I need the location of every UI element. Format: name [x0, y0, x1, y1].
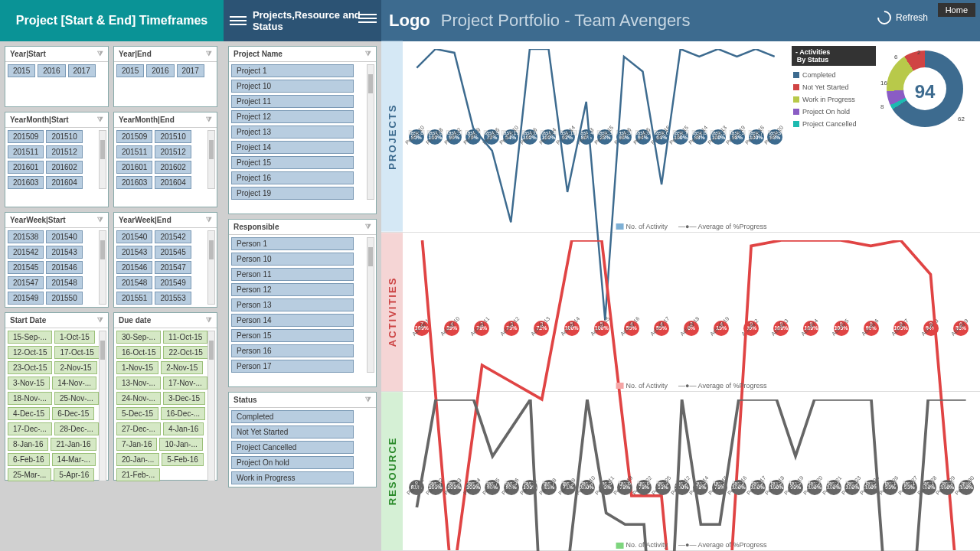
slicer-item[interactable]: Project 15 — [231, 156, 354, 169]
slicer-item[interactable]: 16-Oct-15 — [116, 346, 161, 359]
slicer-item[interactable]: 201550 — [46, 292, 82, 305]
slicer-item[interactable]: 201511 — [116, 145, 152, 158]
slicer-item[interactable]: Person 14 — [231, 314, 354, 327]
filter-icon[interactable]: ⧩ — [97, 50, 103, 58]
slicer-item[interactable]: 12-Oct-15 — [8, 346, 52, 359]
slicer-item[interactable]: 201546 — [46, 261, 82, 274]
slicer-item[interactable]: 201604 — [155, 176, 191, 189]
slicer-item[interactable]: 22-Oct-15 — [163, 346, 207, 359]
slicer-item[interactable]: Person 12 — [231, 283, 354, 296]
slicer-item[interactable]: Person 13 — [231, 298, 354, 311]
filter-icon[interactable]: ⧩ — [97, 216, 103, 224]
slicer-item[interactable]: 201545 — [155, 246, 191, 259]
slicer-item[interactable]: Project Cancelled — [231, 441, 354, 454]
slicer-item[interactable]: 14-Mar-... — [52, 453, 96, 466]
slicer-item[interactable]: 1-Oct-15 — [54, 331, 95, 344]
slicer-item[interactable]: Project 19 — [231, 187, 354, 200]
slicer-item[interactable]: 2016 — [38, 64, 65, 77]
slicer-item[interactable]: 17-Nov-... — [163, 377, 207, 390]
slicer-item[interactable]: Person 11 — [231, 268, 354, 281]
slicer-item[interactable]: Project 16 — [231, 171, 354, 184]
filter-icon[interactable]: ⧩ — [206, 316, 212, 324]
slicer-item[interactable]: 201604 — [46, 176, 82, 189]
filter-icon[interactable]: ⧩ — [97, 116, 103, 124]
slicer-item[interactable]: 3-Dec-15 — [163, 392, 205, 405]
slicer-item[interactable]: 201511 — [8, 145, 44, 158]
slicer-item[interactable]: Work in Progress — [231, 471, 354, 484]
menu-icon[interactable] — [230, 16, 247, 25]
slicer-item[interactable]: 2-Nov-15 — [161, 361, 203, 374]
slicer-item[interactable]: Completed — [231, 410, 354, 423]
slicer-item[interactable]: 201542 — [155, 230, 191, 243]
slicer-item[interactable]: 15-Sep-... — [8, 331, 52, 344]
slicer-item[interactable]: 2017 — [177, 64, 204, 77]
slicer-item[interactable]: 13-Nov-... — [116, 377, 161, 390]
slicer-item[interactable]: Project 14 — [231, 141, 354, 154]
slicer-item[interactable]: 14-Nov-... — [52, 377, 96, 390]
slicer-item[interactable]: 18-Nov-... — [8, 392, 52, 405]
slicer-item[interactable]: 201549 — [155, 276, 191, 289]
slicer-item[interactable]: Project 11 — [231, 95, 354, 108]
slicer-item[interactable]: 6-Dec-15 — [52, 407, 94, 420]
slicer-item[interactable]: 2015 — [8, 64, 35, 77]
slicer-item[interactable]: 201538 — [8, 230, 44, 243]
filter-icon[interactable]: ⧩ — [97, 316, 103, 324]
scrollbar[interactable] — [99, 230, 106, 305]
scrollbar[interactable] — [367, 237, 374, 373]
slicer-item[interactable]: 201510 — [46, 130, 82, 143]
slicer-item[interactable]: Project 13 — [231, 126, 354, 139]
scrollbar[interactable] — [99, 331, 106, 481]
slicer-item[interactable]: 2016 — [146, 64, 174, 77]
slicer-item[interactable]: 5-Apr-16 — [54, 468, 94, 481]
slicer-item[interactable]: 201547 — [155, 261, 191, 274]
slicer-item[interactable]: 5-Dec-15 — [116, 407, 158, 420]
scrollbar[interactable] — [99, 130, 106, 189]
slicer-item[interactable]: 5-Feb-16 — [162, 453, 204, 466]
slicer-item[interactable]: 201551 — [116, 292, 152, 305]
slicer-item[interactable]: 201542 — [8, 246, 44, 259]
slicer-item[interactable]: 28-Dec-... — [54, 422, 99, 435]
slicer-item[interactable]: 21-Feb-... — [116, 468, 160, 481]
scrollbar[interactable] — [207, 331, 215, 481]
slicer-item[interactable]: 25-Mar-... — [8, 468, 51, 481]
filter-icon[interactable]: ⧩ — [365, 50, 371, 58]
slicer-item[interactable]: 7-Jan-16 — [116, 438, 157, 451]
slicer-item[interactable]: 201601 — [8, 161, 44, 174]
scrollbar[interactable] — [367, 64, 374, 200]
slicer-item[interactable]: 30-Sep-... — [116, 331, 161, 344]
slicer-item[interactable]: 2017 — [68, 64, 96, 77]
slicer-item[interactable]: 201549 — [8, 292, 44, 305]
slicer-item[interactable]: Person 15 — [231, 329, 354, 342]
slicer-item[interactable]: 25-Nov-... — [54, 392, 99, 405]
slicer-item[interactable]: Person 10 — [231, 253, 354, 266]
slicer-item[interactable]: 8-Jan-16 — [8, 438, 48, 451]
slicer-item[interactable]: 17-Dec-... — [8, 422, 52, 435]
filter-icon[interactable]: ⧩ — [206, 116, 212, 124]
slicer-item[interactable]: Not Yet Started — [231, 425, 354, 439]
slicer-item[interactable]: Project On hold — [231, 456, 354, 469]
slicer-item[interactable]: 201540 — [116, 230, 152, 243]
slicer-item[interactable]: 201540 — [46, 230, 82, 243]
slicer-item[interactable]: 16-Dec-... — [161, 407, 205, 420]
slicer-item[interactable]: 201602 — [46, 161, 82, 174]
slicer-item[interactable]: Person 16 — [231, 344, 354, 357]
refresh-button[interactable]: Refresh — [877, 11, 928, 24]
slicer-item[interactable]: 201543 — [116, 246, 152, 259]
slicer-item[interactable]: 201602 — [155, 161, 191, 174]
slicer-item[interactable]: 27-Dec-... — [116, 422, 161, 435]
slicer-item[interactable]: 201553 — [155, 292, 191, 305]
slicer-item[interactable]: 201545 — [8, 261, 44, 274]
slicer-item[interactable]: 201543 — [46, 246, 82, 259]
slicer-item[interactable]: 4-Jan-16 — [163, 422, 204, 435]
slicer-item[interactable]: 201512 — [46, 145, 82, 158]
slicer-item[interactable]: Project 12 — [231, 110, 354, 123]
slicer-item[interactable]: 201548 — [116, 276, 152, 289]
slicer-item[interactable]: 2015 — [116, 64, 144, 77]
slicer-item[interactable]: 201509 — [116, 130, 152, 143]
filter-icon[interactable]: ⧩ — [206, 216, 212, 224]
slicer-item[interactable]: 201546 — [116, 261, 152, 274]
slicer-item[interactable]: 201601 — [116, 161, 152, 174]
slicer-item[interactable]: 3-Nov-15 — [8, 377, 50, 390]
slicer-item[interactable]: 201548 — [46, 276, 82, 289]
filter-icon[interactable]: ⧩ — [206, 50, 212, 58]
